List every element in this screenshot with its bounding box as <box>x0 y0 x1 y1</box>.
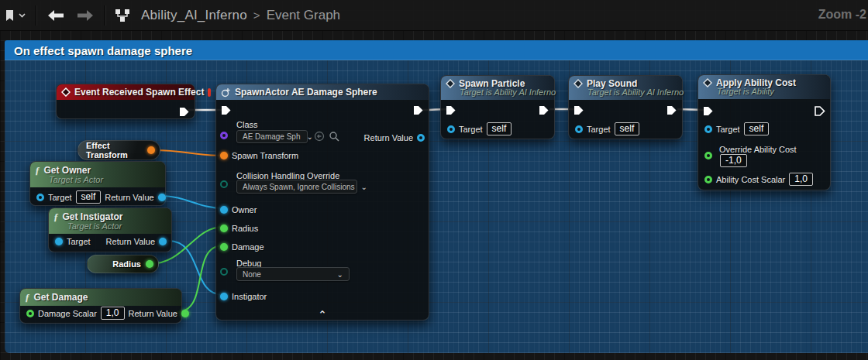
node-radius-variable[interactable]: Radius <box>87 255 159 273</box>
use-selected-asset-icon[interactable] <box>314 131 325 142</box>
target-pin[interactable] <box>36 194 44 201</box>
chevron-down-icon: ⌄ <box>361 183 367 191</box>
node-apply-ability-cost[interactable]: Apply Ability Cost Target is Ability Tar… <box>698 74 831 190</box>
return-value-pin[interactable] <box>417 134 425 142</box>
function-call-icon <box>703 78 712 87</box>
exec-in-pin[interactable] <box>703 105 714 119</box>
collision-dropdown[interactable]: Always Spawn, Ignore Collisions⌄ <box>236 180 357 194</box>
browse-asset-icon[interactable] <box>329 131 339 142</box>
blueprint-event-graph: On effect spawn damage sphere Event Rece… <box>0 0 868 360</box>
target-label: Target <box>587 125 611 134</box>
collision-pin[interactable] <box>220 180 228 188</box>
pin-row: Damage Scalar 1,0 Return Value <box>26 307 177 320</box>
event-override-icon[interactable] <box>208 88 211 97</box>
node-subtitle: Target is Ability AI Inferno <box>441 87 554 100</box>
ability-cost-scalar-value-box[interactable]: 1,0 <box>789 173 813 186</box>
ability-cost-scalar-label: Ability Cost Scalar <box>716 175 785 184</box>
graph-hierarchy-button[interactable] <box>110 0 135 30</box>
target-pin[interactable] <box>55 238 63 245</box>
damage-label: Damage <box>232 242 264 252</box>
forward-button[interactable] <box>71 0 100 30</box>
override-ability-cost-label: Override Ability Cost <box>719 145 797 154</box>
class-pin-label: Class <box>236 120 258 129</box>
breadcrumb-root[interactable]: Ability_AI_Inferno <box>141 8 247 23</box>
chevron-down-icon: ⌄ <box>337 270 343 279</box>
owner-row: Owner <box>220 205 257 214</box>
node-header: ƒ Get Damage <box>20 289 181 306</box>
node-get-instigator[interactable]: ƒ Get Instigator Target is Actor Target … <box>48 207 172 252</box>
node-spawnactor-ae-damage-sphere[interactable]: SpawnActor AE Damage Sphere Class AE Dam… <box>215 84 429 321</box>
target-value-box[interactable]: self <box>487 122 512 135</box>
bookmarks-button[interactable] <box>0 0 31 30</box>
owner-pin[interactable] <box>220 206 228 214</box>
target-pin[interactable] <box>447 125 455 133</box>
graph-icon <box>115 9 130 22</box>
exec-in-pin[interactable] <box>574 105 584 118</box>
return-value-pin[interactable] <box>158 194 166 201</box>
node-subtitle: Target is Actor <box>49 221 171 234</box>
zoom-level-label: Zoom -2 <box>818 8 866 22</box>
exec-out-pin[interactable] <box>539 105 549 118</box>
target-value-box[interactable]: self <box>76 190 102 204</box>
collision-dropdown-value: Always Spawn, Ignore Collisions <box>243 183 355 191</box>
event-icon <box>61 87 71 97</box>
damage-pin[interactable] <box>220 243 228 251</box>
node-effect-transform-variable[interactable]: Effect Transform <box>78 140 160 160</box>
target-value-box[interactable]: self <box>615 122 640 135</box>
function-call-icon <box>446 79 455 88</box>
debug-pin[interactable] <box>220 268 228 276</box>
breadcrumb-separator: > <box>253 9 260 22</box>
exec-out-pin[interactable] <box>179 106 190 120</box>
spawn-transform-label: Spawn Transform <box>232 151 298 160</box>
target-label: Target <box>67 237 91 246</box>
owner-label: Owner <box>232 205 257 214</box>
node-event-received-spawn-effect[interactable]: Event Received Spawn Effect <box>56 84 195 119</box>
exec-in-pin[interactable] <box>221 105 232 118</box>
class-pin[interactable] <box>220 132 228 139</box>
radius-pin[interactable] <box>220 225 228 232</box>
pin-row: Target Return Value <box>55 237 167 246</box>
radius-out-pin[interactable] <box>146 260 153 268</box>
instigator-label: Instigator <box>232 292 267 301</box>
return-value-pin[interactable] <box>181 310 189 317</box>
class-dropdown-value: AE Damage Sph <box>243 132 301 141</box>
damage-scalar-pin[interactable] <box>26 310 34 317</box>
class-dropdown[interactable]: AE Damage Sph⌄ <box>236 130 308 143</box>
breadcrumb-current[interactable]: Event Graph <box>267 8 340 23</box>
target-pin[interactable] <box>575 125 583 133</box>
return-value-pin[interactable] <box>159 238 167 245</box>
node-spawn-particle[interactable]: Spawn Particle Target is Ability AI Infe… <box>440 75 555 139</box>
effect-transform-out-pin[interactable] <box>147 146 155 154</box>
exec-out-pin[interactable] <box>666 105 677 118</box>
arrow-left-icon <box>46 9 66 22</box>
override-ability-cost-value-box[interactable]: -1,0 <box>720 154 747 167</box>
node-play-sound[interactable]: Play Sound Target is Ability AI Inferno … <box>568 75 683 139</box>
node-get-owner[interactable]: ƒ Get Owner Target is Actor Target self … <box>29 161 166 206</box>
node-get-damage[interactable]: ƒ Get Damage Damage Scalar 1,0 Return Va… <box>19 288 182 324</box>
node-subtitle: Target is Ability <box>698 87 830 99</box>
exec-out-pin[interactable] <box>413 105 424 118</box>
node-header: Event Received Spawn Effect <box>57 84 195 100</box>
back-button[interactable] <box>41 0 71 30</box>
damage-scalar-value-box[interactable]: 1,0 <box>101 307 125 320</box>
exec-out-pin[interactable] <box>815 105 825 119</box>
ability-cost-scalar-pin[interactable] <box>704 176 712 183</box>
target-value-box[interactable]: self <box>744 122 770 135</box>
exec-in-pin[interactable] <box>446 105 456 118</box>
node-header: SpawnActor AE Damage Sphere <box>216 84 429 100</box>
override-ability-cost-pin[interactable] <box>704 152 712 159</box>
target-row: Target self <box>575 122 639 135</box>
spawn-actor-icon <box>221 87 231 98</box>
target-label: Target <box>459 125 483 134</box>
spawn-transform-pin[interactable] <box>220 152 228 159</box>
collapse-pins-chevron[interactable]: ⌃ <box>319 310 327 320</box>
node-title: Get Instigator <box>63 211 123 222</box>
debug-dropdown[interactable]: None⌄ <box>236 267 350 281</box>
instigator-pin[interactable] <box>220 293 228 300</box>
target-pin[interactable] <box>704 125 712 133</box>
return-value-label: Return Value <box>106 237 155 246</box>
comment-banner[interactable]: On effect spawn damage sphere <box>5 40 868 60</box>
node-title: Event Received Spawn Effect <box>74 87 204 98</box>
chevron-down-icon <box>18 12 26 19</box>
radius-row: Radius <box>220 224 258 233</box>
